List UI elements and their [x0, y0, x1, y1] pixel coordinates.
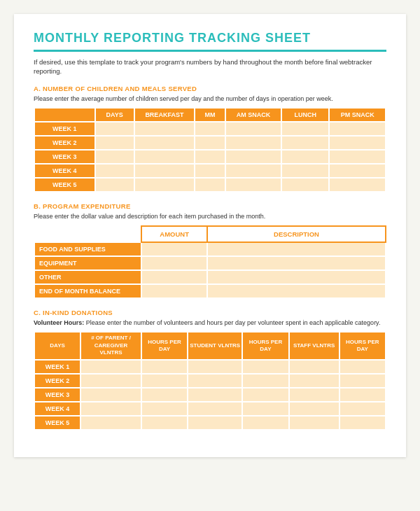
cell-w2-lunch[interactable] [281, 136, 329, 150]
c-w4-staff[interactable] [289, 402, 340, 416]
c-w5-hours1[interactable] [141, 416, 188, 430]
week-label-1: WEEK 1 [34, 122, 95, 136]
c-w2-student[interactable] [188, 374, 242, 388]
b-label-balance: END OF MONTH BALANCE [34, 284, 141, 298]
section-c-header: DAYS # OF PARENT / CAREGIVER VLNTRS HOUR… [34, 332, 386, 359]
section-a-desc: Please enter the average number of child… [34, 94, 386, 104]
b-amount-food[interactable] [141, 242, 207, 256]
c-w2-hours2[interactable] [242, 374, 288, 388]
cell-w5-breakfast[interactable] [134, 178, 195, 192]
cell-w1-breakfast[interactable] [134, 122, 195, 136]
c-week-label-5: WEEK 5 [34, 416, 80, 430]
cell-w3-amsnack[interactable] [225, 150, 282, 164]
c-w4-hours2[interactable] [242, 402, 288, 416]
c-w3-student[interactable] [188, 388, 242, 402]
col-header-days: DAYS [95, 108, 134, 122]
section-c-row-2: WEEK 2 [34, 374, 386, 388]
col-c-student: STUDENT VLNTRS [188, 332, 242, 359]
cell-w4-breakfast[interactable] [134, 164, 195, 178]
c-w4-hours1[interactable] [141, 402, 188, 416]
cell-w3-mm[interactable] [195, 150, 225, 164]
c-w2-parent[interactable] [80, 374, 141, 388]
b-desc-equip[interactable] [207, 256, 386, 270]
b-amount-equip[interactable] [141, 256, 207, 270]
cell-w5-lunch[interactable] [281, 178, 329, 192]
section-a-table: DAYS BREAKFAST MM AM SNACK LUNCH PM SNAC… [34, 107, 386, 192]
col-c-hours2: HOURS PER DAY [242, 332, 288, 359]
section-c-desc: Please enter the number of volunteers an… [86, 319, 381, 326]
b-desc-other[interactable] [207, 270, 386, 284]
c-week-label-1: WEEK 1 [34, 360, 80, 374]
week-label-2: WEEK 2 [34, 136, 95, 150]
cell-w4-mm[interactable] [195, 164, 225, 178]
c-w1-student[interactable] [188, 360, 242, 374]
c-w1-hours3[interactable] [340, 360, 386, 374]
cell-w4-pmsnack[interactable] [329, 164, 386, 178]
col-header-pm-snack: PM SNACK [329, 108, 386, 122]
cell-w1-pmsnack[interactable] [329, 122, 386, 136]
cell-w4-days[interactable] [95, 164, 134, 178]
cell-w5-amsnack[interactable] [225, 178, 282, 192]
c-w3-hours1[interactable] [141, 388, 188, 402]
section-c-row-3: WEEK 3 [34, 388, 386, 402]
c-w1-hours1[interactable] [141, 360, 188, 374]
c-w5-staff[interactable] [289, 416, 340, 430]
c-w4-hours3[interactable] [340, 402, 386, 416]
section-c-row-4: WEEK 4 [34, 402, 386, 416]
cell-w1-days[interactable] [95, 122, 134, 136]
c-w3-hours3[interactable] [340, 388, 386, 402]
c-w4-student[interactable] [188, 402, 242, 416]
section-b-row-other: OTHER [34, 270, 386, 284]
section-c-title: C. In-Kind Donations [34, 309, 386, 316]
col-header-blank [34, 108, 95, 122]
c-w1-staff[interactable] [289, 360, 340, 374]
section-a-title: A. Number of Children and Meals Served [34, 85, 386, 92]
c-w3-staff[interactable] [289, 388, 340, 402]
c-w1-hours2[interactable] [242, 360, 288, 374]
cell-w3-lunch[interactable] [281, 150, 329, 164]
cell-w2-days[interactable] [95, 136, 134, 150]
cell-w4-amsnack[interactable] [225, 164, 282, 178]
cell-w5-mm[interactable] [195, 178, 225, 192]
c-week-label-4: WEEK 4 [34, 402, 80, 416]
c-w3-hours2[interactable] [242, 388, 288, 402]
cell-w3-pmsnack[interactable] [329, 150, 386, 164]
b-amount-other[interactable] [141, 270, 207, 284]
cell-w2-pmsnack[interactable] [329, 136, 386, 150]
col-header-am-snack: AM SNACK [225, 108, 282, 122]
section-b-title: B. Program Expenditure [34, 202, 386, 210]
cell-w5-days[interactable] [95, 178, 134, 192]
cell-w1-lunch[interactable] [281, 122, 329, 136]
cell-w1-mm[interactable] [195, 122, 225, 136]
c-w5-hours2[interactable] [242, 416, 288, 430]
c-w5-parent[interactable] [80, 416, 141, 430]
c-w3-parent[interactable] [80, 388, 141, 402]
col-b-amount: AMOUNT [141, 226, 207, 242]
week-label-5: WEEK 5 [34, 178, 95, 192]
c-w2-hours1[interactable] [141, 374, 188, 388]
section-b-header: AMOUNT DESCRIPTION [34, 226, 386, 242]
cell-w4-lunch[interactable] [281, 164, 329, 178]
section-b-row-equip: EQUIPMENT [34, 256, 386, 270]
c-w5-hours3[interactable] [340, 416, 386, 430]
cell-w2-amsnack[interactable] [225, 136, 282, 150]
b-amount-balance[interactable] [141, 284, 207, 298]
section-c-row-5: WEEK 5 [34, 416, 386, 430]
b-label-equip: EQUIPMENT [34, 256, 141, 270]
b-desc-balance[interactable] [207, 284, 386, 298]
c-w5-student[interactable] [188, 416, 242, 430]
cell-w5-pmsnack[interactable] [329, 178, 386, 192]
cell-w1-amsnack[interactable] [225, 122, 282, 136]
cell-w3-breakfast[interactable] [134, 150, 195, 164]
cell-w2-breakfast[interactable] [134, 136, 195, 150]
c-w2-hours3[interactable] [340, 374, 386, 388]
b-desc-food[interactable] [207, 242, 386, 256]
c-w1-parent[interactable] [80, 360, 141, 374]
section-b-table: AMOUNT DESCRIPTION FOOD AND SUPPLIES EQU… [34, 225, 386, 299]
cell-w2-mm[interactable] [195, 136, 225, 150]
col-b-desc: DESCRIPTION [207, 226, 386, 242]
cell-w3-days[interactable] [95, 150, 134, 164]
b-label-food: FOOD AND SUPPLIES [34, 242, 141, 256]
c-w2-staff[interactable] [289, 374, 340, 388]
c-w4-parent[interactable] [80, 402, 141, 416]
